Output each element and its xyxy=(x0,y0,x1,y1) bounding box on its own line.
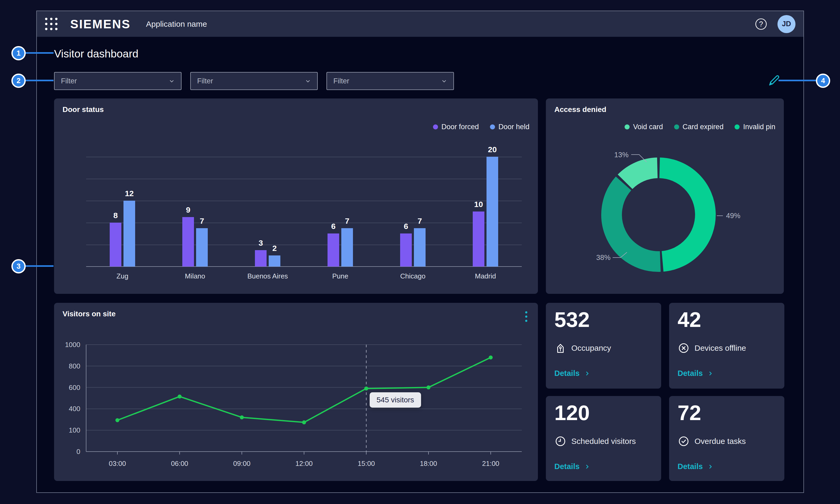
kpi-value: 120 xyxy=(554,401,589,425)
bar-category-label: Zug xyxy=(86,272,159,280)
bar-value-label: 2 xyxy=(261,244,288,253)
callout-badge-3: 3 xyxy=(12,259,26,273)
help-icon[interactable]: ? xyxy=(754,17,768,31)
callout-badge-2: 2 xyxy=(12,74,26,88)
chevron-right-icon xyxy=(584,370,590,377)
details-link[interactable]: Details xyxy=(554,462,590,471)
y-axis-tick-label: 1000 xyxy=(56,341,80,349)
filter-row: Filter Filter Filter xyxy=(54,72,454,90)
legend-label: Door held xyxy=(498,123,529,131)
callout-badge-4: 4 xyxy=(816,74,830,88)
kpi-card-devices-offline: 42 Devices offline Details xyxy=(669,303,784,389)
y-axis-tick-label: 100 xyxy=(56,426,80,434)
kpi-label: Overdue tasks xyxy=(695,437,745,446)
x-axis-tick-label: 03:00 xyxy=(99,460,136,468)
callout-badge-1: 1 xyxy=(12,46,26,60)
kpi-value: 532 xyxy=(554,308,589,332)
kpi-card-occupancy: 532 Occupancy Details xyxy=(546,303,661,389)
kpi-label: Devices offline xyxy=(695,344,746,353)
bar-value-label: 7 xyxy=(334,217,360,226)
legend-dot xyxy=(490,124,495,129)
x-axis-tick-label: 06:00 xyxy=(161,460,198,468)
bar-door-held xyxy=(196,228,208,267)
legend-label: Door forced xyxy=(442,123,479,131)
visitors-line-chart xyxy=(86,345,522,456)
legend-dot xyxy=(433,124,438,129)
filter-placeholder: Filter xyxy=(333,77,349,85)
filter-dropdown-3[interactable]: Filter xyxy=(326,72,454,90)
x-axis-tick-label: 12:00 xyxy=(286,460,323,468)
chevron-right-icon xyxy=(584,463,590,470)
bar-category-label: Chicago xyxy=(377,272,449,280)
legend-item: Door forced xyxy=(433,123,479,131)
bar-door-held xyxy=(341,228,353,267)
check-circle-icon xyxy=(678,435,690,447)
bar-door-forced xyxy=(110,222,121,267)
details-label: Details xyxy=(678,462,703,471)
visitor-dashboard-page: 1 2 3 4 SIEMENS Application name ? JD Vi… xyxy=(0,0,840,504)
bar-door-held xyxy=(123,201,135,267)
filter-placeholder: Filter xyxy=(61,77,77,85)
kpi-label: Occupancy xyxy=(571,344,611,353)
bar-door-forced xyxy=(327,233,339,267)
avatar[interactable]: JD xyxy=(777,15,795,33)
bar-value-label: 7 xyxy=(407,217,433,226)
kpi-value: 42 xyxy=(678,308,701,332)
app-frame: SIEMENS Application name ? JD Visitor da… xyxy=(36,11,804,493)
details-link[interactable]: Details xyxy=(554,369,590,378)
legend-item: Door held xyxy=(490,123,529,131)
bar-door-held xyxy=(269,255,280,267)
bar-value-label: 9 xyxy=(175,205,201,214)
y-axis-tick-label: 600 xyxy=(56,383,80,392)
y-axis-tick-label: 800 xyxy=(56,362,80,370)
details-label: Details xyxy=(678,369,703,378)
y-axis-tick-label: 0 xyxy=(56,448,80,456)
chevron-down-icon xyxy=(168,77,176,85)
door-status-card: Door status Door forcedDoor held 812Zug9… xyxy=(54,98,538,294)
donut-label-connectors xyxy=(546,98,784,294)
app-launcher-icon[interactable] xyxy=(45,18,57,30)
bar-category-label: Buenos Aires xyxy=(231,272,304,280)
x-axis-tick-label: 21:00 xyxy=(472,460,509,468)
x-axis-tick-label: 09:00 xyxy=(223,460,260,468)
chevron-down-icon xyxy=(304,77,312,85)
x-axis-tick-label: 15:00 xyxy=(348,460,385,468)
bar-category-label: Milano xyxy=(159,272,231,280)
callout-line-2 xyxy=(25,80,53,81)
visitors-on-site-card: Visitors on site 01004006008001000 03:00… xyxy=(54,303,538,481)
occupancy-icon xyxy=(554,342,567,354)
donut-label-void-card: 13% xyxy=(602,151,629,159)
chevron-down-icon xyxy=(440,77,448,85)
kpi-card-scheduled-visitors: 120 Scheduled visitors Details xyxy=(546,396,661,481)
app-header: SIEMENS Application name ? JD xyxy=(37,11,803,37)
details-link[interactable]: Details xyxy=(678,462,714,471)
kebab-menu-icon[interactable] xyxy=(524,310,528,323)
chevron-right-icon xyxy=(707,463,714,470)
clock-icon xyxy=(554,435,567,447)
filter-dropdown-2[interactable]: Filter xyxy=(190,72,318,90)
kpi-value: 72 xyxy=(678,401,701,425)
access-denied-card: Access denied Void cardCard expiredInval… xyxy=(546,98,784,294)
bar-door-held xyxy=(486,157,498,267)
page-title: Visitor dashboard xyxy=(54,48,138,60)
bar-door-held xyxy=(414,228,426,267)
bar-value-label: 20 xyxy=(479,145,505,154)
details-link[interactable]: Details xyxy=(678,369,714,378)
bar-door-forced xyxy=(400,233,412,267)
donut-label-card-expired: 38% xyxy=(585,254,611,262)
siemens-logo: SIEMENS xyxy=(70,17,131,31)
card-title: Door status xyxy=(63,105,104,114)
svg-text:?: ? xyxy=(759,20,763,28)
callout-line-3 xyxy=(25,265,53,267)
callout-line-1 xyxy=(25,52,53,54)
card-title: Visitors on site xyxy=(63,310,116,318)
details-label: Details xyxy=(554,462,580,471)
bar-value-label: 12 xyxy=(116,189,142,198)
details-label: Details xyxy=(554,369,580,378)
kpi-card-overdue-tasks: 72 Overdue tasks Details xyxy=(669,396,784,481)
donut-label-invalid-pin: 49% xyxy=(726,212,740,220)
chart-tooltip: 545 visitors xyxy=(370,392,421,408)
bar-value-label: 7 xyxy=(189,217,215,226)
filter-dropdown-1[interactable]: Filter xyxy=(54,72,182,90)
bar-category-label: Pune xyxy=(304,272,377,280)
